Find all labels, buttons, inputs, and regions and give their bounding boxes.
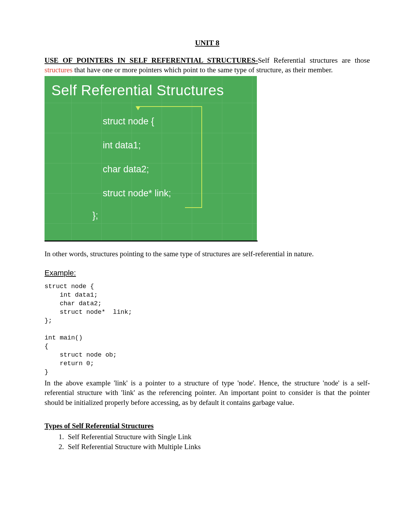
arrow-segment: [185, 207, 202, 208]
diagram-code-close: };: [45, 205, 257, 226]
arrow-segment: [138, 106, 202, 107]
arrow-head-icon: [136, 106, 140, 110]
explanation-paragraph: In the above example 'link' is a pointer…: [45, 378, 370, 407]
diagram-code-block: struct node { int data1; char data2; str…: [45, 103, 257, 205]
example-code-block: struct node { int data1; char data2; str…: [45, 283, 370, 377]
structures-link[interactable]: structures: [45, 66, 73, 74]
types-heading: Types of Self Referential Structures: [45, 421, 370, 431]
intro-text-before: Self Referential structures are those: [258, 56, 370, 64]
list-item: Self Referential Structure with Single L…: [66, 432, 370, 442]
diagram-code-line: struct node* link;: [103, 181, 257, 205]
diagram-code-line: int data1;: [103, 133, 257, 157]
diagram-container: Self Referential Structures struct node …: [45, 76, 258, 242]
diagram-code-line: char data2;: [103, 157, 257, 181]
diagram-code-line: struct node {: [103, 109, 257, 133]
after-diagram-text: In other words, structures pointing to t…: [45, 249, 370, 259]
list-item: Self Referential Structure with Multiple…: [66, 442, 370, 451]
intro-text-after: that have one or more pointers which poi…: [73, 66, 333, 74]
intro-paragraph: USE OF POINTERS IN SELF REFERENTIAL STRU…: [45, 55, 370, 75]
types-list: Self Referential Structure with Single L…: [45, 432, 370, 451]
page-title: UNIT 8: [45, 38, 370, 48]
self-referential-diagram: Self Referential Structures struct node …: [45, 76, 257, 240]
arrow-segment: [201, 106, 202, 208]
example-label: Example:: [45, 268, 370, 278]
diagram-title: Self Referential Structures: [45, 76, 257, 103]
intro-heading: USE OF POINTERS IN SELF REFERENTIAL STRU…: [45, 56, 258, 64]
